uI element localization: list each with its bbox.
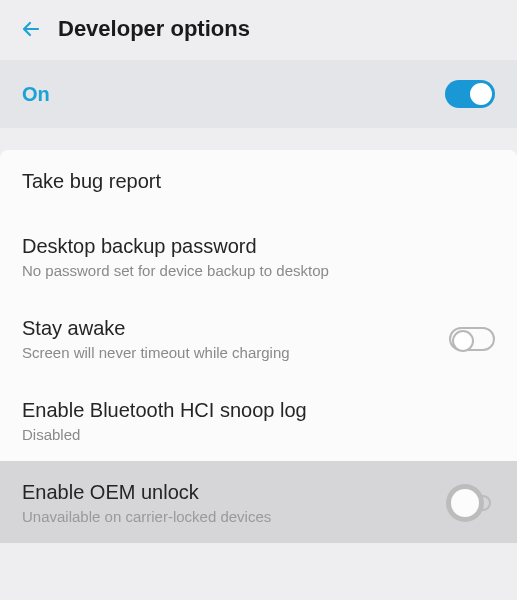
item-text: Enable Bluetooth HCI snoop log Disabled [22, 399, 495, 443]
item-text: Enable OEM unlock Unavailable on carrier… [22, 481, 435, 525]
stay-awake-switch[interactable] [449, 327, 495, 351]
item-take-bug-report[interactable]: Take bug report [0, 150, 517, 215]
item-enable-oem-unlock[interactable]: Enable OEM unlock Unavailable on carrier… [0, 461, 517, 543]
item-text: Take bug report [22, 170, 495, 197]
item-subtitle: No password set for device backup to des… [22, 262, 495, 279]
item-desktop-backup-password[interactable]: Desktop backup password No password set … [0, 215, 517, 297]
item-title: Desktop backup password [22, 235, 495, 258]
item-stay-awake[interactable]: Stay awake Screen will never timeout whi… [0, 297, 517, 379]
page-title: Developer options [58, 16, 250, 42]
master-toggle-label: On [22, 83, 50, 106]
master-toggle-switch[interactable] [445, 80, 495, 108]
item-subtitle: Disabled [22, 426, 495, 443]
oem-unlock-switch [447, 487, 495, 519]
item-title: Stay awake [22, 317, 437, 340]
item-title: Enable OEM unlock [22, 481, 435, 504]
item-title: Take bug report [22, 170, 495, 193]
master-toggle-row[interactable]: On [0, 60, 517, 128]
item-bluetooth-hci-snoop[interactable]: Enable Bluetooth HCI snoop log Disabled [0, 379, 517, 461]
item-text: Desktop backup password No password set … [22, 235, 495, 279]
app-header: Developer options [0, 0, 517, 60]
back-icon[interactable] [18, 16, 44, 42]
item-title: Enable Bluetooth HCI snoop log [22, 399, 495, 422]
item-text: Stay awake Screen will never timeout whi… [22, 317, 437, 361]
item-subtitle: Screen will never timeout while charging [22, 344, 437, 361]
settings-list: Take bug report Desktop backup password … [0, 150, 517, 543]
item-subtitle: Unavailable on carrier-locked devices [22, 508, 435, 525]
